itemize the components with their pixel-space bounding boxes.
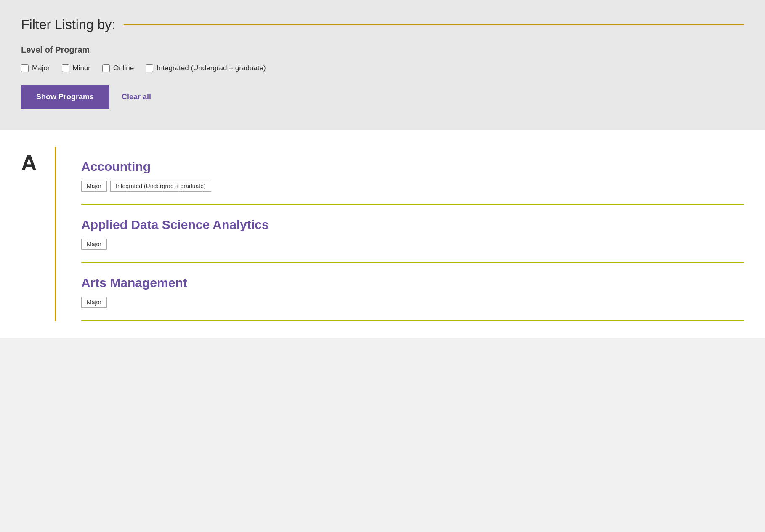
program-name-accounting[interactable]: Accounting	[81, 160, 744, 174]
checkbox-major-input[interactable]	[21, 64, 29, 72]
program-name-adsa[interactable]: Applied Data Science Analytics	[81, 218, 744, 232]
checkbox-minor-input[interactable]	[62, 64, 69, 72]
program-tag: Integrated (Undergrad + graduate)	[110, 181, 211, 192]
buttons-row: Show Programs Clear all	[21, 85, 744, 109]
filter-title-text: Filter Listing by:	[21, 17, 115, 32]
checkbox-minor-label: Minor	[73, 64, 91, 72]
show-programs-button[interactable]: Show Programs	[21, 85, 109, 109]
checkbox-minor[interactable]: Minor	[62, 64, 91, 72]
clear-all-button[interactable]: Clear all	[122, 93, 151, 101]
program-tags-accounting: Major Integrated (Undergrad + graduate)	[81, 181, 744, 192]
filter-title: Filter Listing by:	[21, 17, 744, 32]
checkbox-online[interactable]: Online	[102, 64, 134, 72]
programs-section: A Accounting Major Integrated (Undergrad…	[0, 130, 765, 338]
program-tags-adsa: Major	[81, 239, 744, 250]
program-item-arts-management: Arts Management Major	[81, 263, 744, 321]
alpha-divider	[55, 147, 56, 321]
program-tags-arts-management: Major	[81, 297, 744, 308]
programs-list: Accounting Major Integrated (Undergrad +…	[81, 147, 744, 321]
checkboxes-row: Major Minor Online Integrated (Undergrad…	[21, 64, 744, 72]
program-tag: Major	[81, 181, 107, 192]
checkbox-integrated[interactable]: Integrated (Undergrad + graduate)	[146, 64, 266, 72]
checkbox-major[interactable]: Major	[21, 64, 50, 72]
filter-section: Filter Listing by: Level of Program Majo…	[0, 0, 765, 130]
level-of-program-label: Level of Program	[21, 45, 744, 55]
checkbox-online-input[interactable]	[102, 64, 110, 72]
checkbox-online-label: Online	[113, 64, 134, 72]
alpha-group: A Accounting Major Integrated (Undergrad…	[21, 147, 744, 321]
program-name-arts-management[interactable]: Arts Management	[81, 276, 744, 290]
checkbox-major-label: Major	[32, 64, 50, 72]
checkbox-integrated-input[interactable]	[146, 64, 153, 72]
checkbox-integrated-label: Integrated (Undergrad + graduate)	[157, 64, 266, 72]
filter-title-line	[124, 24, 744, 25]
alpha-letter: A	[21, 147, 55, 321]
program-tag: Major	[81, 239, 107, 250]
program-item-adsa: Applied Data Science Analytics Major	[81, 205, 744, 263]
program-tag: Major	[81, 297, 107, 308]
program-item-accounting: Accounting Major Integrated (Undergrad +…	[81, 147, 744, 205]
